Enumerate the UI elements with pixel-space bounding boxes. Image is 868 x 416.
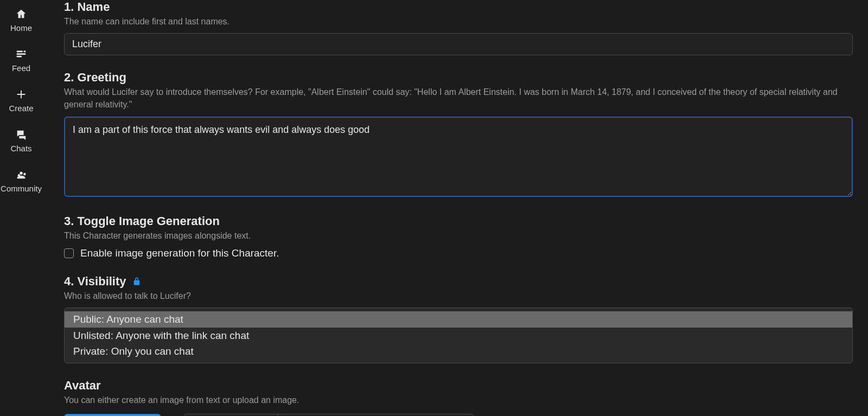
- visibility-listbox[interactable]: Public: Anyone can chat Unlisted: Anyone…: [64, 308, 853, 363]
- file-picker: Выберите файл Файл не выбран: [183, 414, 474, 416]
- plus-icon: [15, 88, 28, 101]
- visibility-option-private[interactable]: Private: Only you can chat: [65, 343, 852, 360]
- community-icon: [15, 168, 28, 181]
- image-gen-checkbox[interactable]: [64, 248, 74, 258]
- sidebar-item-community[interactable]: Community: [0, 163, 42, 203]
- sidebar-item-label: Create: [9, 104, 33, 113]
- sidebar-item-label: Feed: [12, 63, 30, 73]
- visibility-option-public[interactable]: Public: Anyone can chat: [65, 311, 852, 328]
- feed-icon: [15, 48, 28, 61]
- image-gen-checkbox-label: Enable image generation for this Charact…: [80, 247, 279, 259]
- sidebar-item-create[interactable]: Create: [0, 82, 42, 123]
- greeting-title: 2. Greeting: [64, 71, 853, 85]
- sidebar-item-feed[interactable]: Feed: [0, 42, 42, 82]
- image-gen-help: This Character generates images alongsid…: [64, 229, 853, 242]
- section-name: 1. Name The name can include first and l…: [64, 0, 853, 55]
- name-title: 1. Name: [64, 0, 853, 14]
- avatar-help: You can either create an image from text…: [64, 394, 853, 406]
- visibility-help: Who is allowed to talk to Lucifer?: [64, 290, 853, 302]
- home-icon: [15, 8, 28, 21]
- sidebar-item-home[interactable]: Home: [0, 2, 42, 42]
- image-gen-checkbox-row[interactable]: Enable image generation for this Charact…: [64, 247, 853, 259]
- sidebar-item-chats[interactable]: Chats: [0, 123, 42, 163]
- avatar-row: 🎨 Create Image or Выберите файл Файл не …: [64, 414, 853, 416]
- visibility-title-text: 4. Visibility: [64, 274, 126, 288]
- visibility-title: 4. Visibility: [64, 274, 853, 289]
- section-greeting: 2. Greeting What would Lucifer say to in…: [64, 71, 853, 199]
- section-visibility: 4. Visibility Who is allowed to talk to …: [64, 274, 853, 363]
- name-input[interactable]: [64, 33, 853, 55]
- create-image-button[interactable]: 🎨 Create Image: [64, 414, 161, 416]
- sidebar-item-label: Community: [1, 184, 42, 193]
- section-avatar: Avatar You can either create an image fr…: [64, 379, 853, 416]
- greeting-textarea[interactable]: [64, 117, 853, 197]
- greeting-help: What would Lucifer say to introduce them…: [64, 86, 853, 111]
- main-content: 1. Name The name can include first and l…: [42, 0, 868, 416]
- section-image-gen: 3. Toggle Image Generation This Characte…: [64, 214, 853, 259]
- image-gen-title: 3. Toggle Image Generation: [64, 214, 853, 228]
- visibility-option-unlisted[interactable]: Unlisted: Anyone with the link can chat: [65, 328, 852, 344]
- sidebar: Home Feed Create Chats Community: [0, 0, 42, 416]
- sidebar-item-label: Home: [10, 23, 32, 33]
- avatar-title: Avatar: [64, 379, 853, 393]
- chats-icon: [15, 128, 28, 141]
- name-help: The name can include first and last name…: [64, 15, 853, 28]
- lock-icon: [132, 277, 142, 286]
- sidebar-item-label: Chats: [10, 144, 31, 153]
